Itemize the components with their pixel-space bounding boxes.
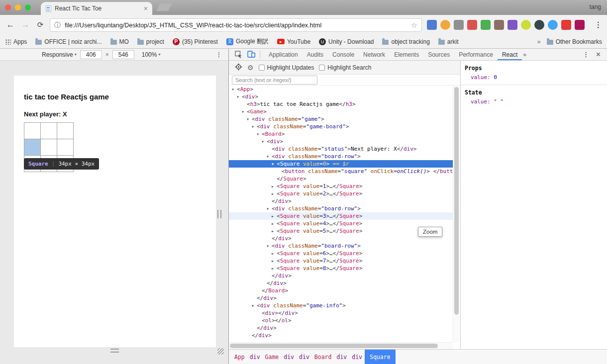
extension-icon[interactable] xyxy=(481,20,491,30)
chrome-menu-icon[interactable]: ⋮ xyxy=(595,15,602,35)
tree-row[interactable]: <div className="status">Next player: X</… xyxy=(229,145,453,153)
vertical-scroll-thumb[interactable] xyxy=(454,87,459,315)
tree-row[interactable]: <h3>tic tac toe Reactjs game</h3> xyxy=(229,100,453,108)
extension-icon[interactable] xyxy=(534,20,544,30)
resize-handle-right[interactable] xyxy=(217,210,221,218)
expanded-arrow-icon[interactable]: ▾ xyxy=(241,108,247,115)
breadcrumb-item-div[interactable]: div xyxy=(334,350,349,364)
extension-icon[interactable] xyxy=(548,20,558,30)
tree-row[interactable]: ▾<Game> xyxy=(229,108,453,115)
viewport-width-input[interactable] xyxy=(80,50,102,59)
prop-row[interactable]: value: 0 xyxy=(461,73,607,82)
devtools-menu-icon[interactable]: ⋮ xyxy=(583,49,589,60)
bookmark-item[interactable]: OFFICE | noiz archi... xyxy=(35,38,101,45)
extension-icon[interactable] xyxy=(561,20,571,30)
bookmark-item[interactable]: project xyxy=(137,38,164,45)
collapsed-arrow-icon[interactable]: ▸ xyxy=(271,212,277,220)
resize-handle-bottom[interactable] xyxy=(110,349,119,353)
tree-row[interactable]: </div> xyxy=(229,279,453,287)
breadcrumb-item-board[interactable]: Board xyxy=(312,350,334,364)
component-search-input[interactable] xyxy=(232,76,317,85)
breadcrumb-item-game[interactable]: Game xyxy=(263,350,282,364)
extension-icon[interactable] xyxy=(575,20,585,30)
bookmark-item[interactable]: 文Google 翻訳 xyxy=(226,37,269,46)
tree-row[interactable]: <ol></ol> xyxy=(229,317,453,324)
tree-row[interactable]: ▾<App> xyxy=(229,86,453,93)
collapsed-arrow-icon[interactable]: ▸ xyxy=(271,182,277,190)
browser-tab[interactable]: React Tic Tac Toe × xyxy=(41,2,152,15)
tree-row[interactable]: ▾<div className="game-board"> xyxy=(229,123,453,130)
react-inspect-target-icon[interactable] xyxy=(235,63,242,72)
device-toolbar-menu-icon[interactable]: ⋮ xyxy=(216,51,222,58)
inspect-element-icon[interactable] xyxy=(232,49,245,60)
expanded-arrow-icon[interactable]: ▾ xyxy=(266,205,272,212)
tree-row[interactable]: ▸<Square value=4>…</Square> xyxy=(229,220,453,227)
board-square[interactable] xyxy=(40,139,57,156)
tabs-overflow-icon[interactable]: » xyxy=(523,51,526,58)
tree-row[interactable]: ▾<div className="board-row"> xyxy=(229,205,453,212)
bookmark-item[interactable]: Apps xyxy=(5,38,27,45)
back-icon[interactable]: ← xyxy=(4,15,17,35)
devtools-tab-audits[interactable]: Audits xyxy=(303,49,328,60)
expanded-arrow-icon[interactable]: ▾ xyxy=(266,242,272,250)
minimize-window-button[interactable] xyxy=(15,4,21,10)
device-toolbar-toggle-icon[interactable] xyxy=(245,49,258,60)
fullscreen-window-button[interactable] xyxy=(25,4,31,10)
device-type-select[interactable]: Responsive ▾ xyxy=(42,51,77,58)
expanded-arrow-icon[interactable]: ▾ xyxy=(236,93,242,100)
tree-row[interactable]: </div> xyxy=(229,294,453,302)
tree-row[interactable]: ▸<Square value=7>…</Square> xyxy=(229,257,453,265)
devtools-close-icon[interactable]: ✕ xyxy=(596,49,601,60)
tree-row[interactable]: </div> xyxy=(229,332,453,339)
breadcrumb-item-div[interactable]: div xyxy=(281,350,297,364)
breadcrumb-item-div[interactable]: div xyxy=(297,350,312,364)
breadcrumb-item-div[interactable]: div xyxy=(247,350,263,364)
tree-row[interactable]: </div> xyxy=(229,197,453,205)
url-bar[interactable]: ⓘ file:///Users/liquntang/Desktop/JS_HTM… xyxy=(50,18,422,32)
expanded-arrow-icon[interactable]: ▾ xyxy=(256,130,262,138)
viewport-height-input[interactable] xyxy=(112,50,134,59)
tree-row[interactable]: </Board> xyxy=(229,287,453,294)
collapsed-arrow-icon[interactable]: ▸ xyxy=(271,190,277,197)
new-tab-button[interactable] xyxy=(157,3,172,11)
board-square[interactable] xyxy=(57,139,74,156)
tree-row[interactable]: ▸<Square value=2>…</Square> xyxy=(229,190,453,197)
devtools-tab-network[interactable]: Network xyxy=(359,49,390,60)
collapsed-arrow-icon[interactable]: ▸ xyxy=(271,220,277,227)
expanded-arrow-icon[interactable]: ▾ xyxy=(261,138,267,145)
tab-close-icon[interactable]: × xyxy=(144,5,148,12)
tree-row[interactable]: ▾<Square value=0> == $r xyxy=(229,160,453,168)
tree-row[interactable]: </Square> xyxy=(229,175,453,182)
expanded-arrow-icon[interactable]: ▾ xyxy=(271,160,277,168)
extension-icon[interactable] xyxy=(467,20,477,30)
extension-icon[interactable] xyxy=(427,20,437,30)
tree-row[interactable]: ▾<div className="board-row"> xyxy=(229,242,453,250)
close-window-button[interactable] xyxy=(5,4,11,10)
extension-icon[interactable] xyxy=(440,20,450,30)
tree-row[interactable]: <button className="square" onClick=onCli… xyxy=(229,168,453,175)
bookmark-item[interactable]: P(35) Pinterest xyxy=(173,38,218,45)
tree-row[interactable]: ▸<Square value=8>…</Square> xyxy=(229,265,453,272)
tree-row[interactable]: ▾<div className="game"> xyxy=(229,115,453,123)
tree-row[interactable]: ▸<Square value=3>…</Square> xyxy=(229,212,453,220)
extension-icon[interactable] xyxy=(507,20,517,30)
horizontal-scroll-thumb[interactable] xyxy=(230,344,438,348)
extension-icon[interactable] xyxy=(521,20,531,30)
prop-row[interactable]: value: " " xyxy=(461,97,607,106)
devtools-tab-performance[interactable]: Performance xyxy=(454,49,498,60)
tree-row[interactable]: ▸<Square value=6>…</Square> xyxy=(229,250,453,257)
tree-row[interactable]: ▾<div> xyxy=(229,93,453,100)
board-square[interactable] xyxy=(40,122,57,139)
tree-row[interactable]: ▾<div> xyxy=(229,138,453,145)
extension-icon[interactable] xyxy=(494,20,504,30)
highlight-search-checkbox[interactable] xyxy=(319,65,325,71)
expanded-arrow-icon[interactable]: ▾ xyxy=(251,302,257,309)
collapsed-arrow-icon[interactable]: ▸ xyxy=(271,227,277,235)
bookmark-item[interactable]: MO xyxy=(110,38,129,45)
devtools-tab-sources[interactable]: Sources xyxy=(423,49,454,60)
board-square[interactable] xyxy=(24,139,41,156)
bookmark-item[interactable]: object tracking xyxy=(382,38,429,45)
devtools-tab-react[interactable]: React xyxy=(498,49,522,60)
tree-row[interactable]: <div></div> xyxy=(229,309,453,317)
page-info-icon[interactable]: ⓘ xyxy=(54,21,61,30)
